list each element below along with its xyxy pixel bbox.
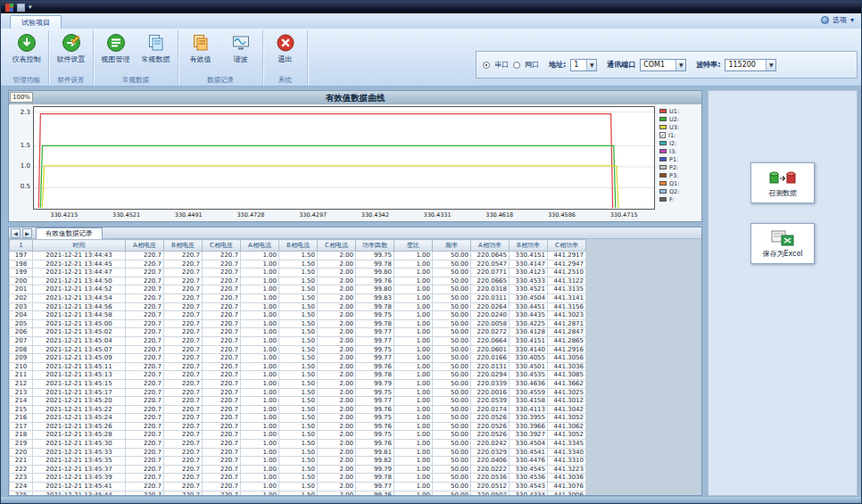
- value-cell[interactable]: 1.00: [394, 414, 433, 423]
- table-row[interactable]: 2182021-12-21 13:45:28220.7220.7220.71.0…: [10, 431, 586, 440]
- value-cell[interactable]: 220.7: [164, 422, 203, 431]
- value-cell[interactable]: 1.00: [241, 483, 279, 492]
- value-cell[interactable]: 1.00: [241, 269, 279, 277]
- time-cell[interactable]: 2021-12-21 13:45:26: [33, 422, 126, 431]
- value-cell[interactable]: 1.00: [394, 422, 433, 431]
- value-cell[interactable]: 441.3023: [548, 311, 586, 320]
- value-cell[interactable]: 220.7: [203, 491, 241, 495]
- value-cell[interactable]: 220.7: [203, 379, 241, 388]
- value-cell[interactable]: 2.00: [318, 414, 356, 423]
- table-row[interactable]: 2002021-12-21 13:44:50220.7220.7220.71.0…: [10, 277, 586, 285]
- ribbon-button-2-0[interactable]: 视图管理: [95, 30, 136, 64]
- table-row[interactable]: 2092021-12-21 13:45:09220.7220.7220.71.0…: [10, 354, 586, 363]
- value-cell[interactable]: 1.00: [394, 252, 433, 260]
- value-cell[interactable]: 220.7: [164, 491, 203, 495]
- value-cell[interactable]: 2.00: [318, 285, 356, 294]
- value-cell[interactable]: 220.0502: [471, 491, 510, 495]
- value-cell[interactable]: 1.00: [394, 311, 433, 320]
- value-cell[interactable]: 1.50: [279, 379, 318, 388]
- tab-test-project[interactable]: 试验项目: [10, 15, 62, 29]
- value-cell[interactable]: 2.00: [318, 440, 356, 449]
- value-cell[interactable]: 220.7: [126, 422, 164, 431]
- time-cell[interactable]: 2021-12-21 13:45:11: [33, 362, 126, 371]
- value-cell[interactable]: 220.7: [203, 252, 241, 260]
- table-row[interactable]: 2072021-12-21 13:45:04220.7220.7220.71.0…: [10, 336, 586, 345]
- value-cell[interactable]: 1.00: [394, 336, 433, 345]
- value-cell[interactable]: 2.00: [318, 362, 356, 371]
- value-cell[interactable]: 220.0294: [471, 371, 510, 380]
- value-cell[interactable]: 441.2947: [548, 260, 586, 269]
- value-cell[interactable]: 50.00: [433, 422, 471, 431]
- value-cell[interactable]: 330.4521: [510, 285, 548, 294]
- legend-item-i3[interactable]: I3:: [659, 147, 700, 155]
- options-menu[interactable]: 选项 ▾: [821, 15, 854, 25]
- net-radio[interactable]: [513, 62, 520, 69]
- baud-select[interactable]: 115200 ▼: [725, 59, 776, 71]
- value-cell[interactable]: 220.7: [126, 293, 164, 302]
- value-cell[interactable]: 1.00: [241, 491, 279, 495]
- value-cell[interactable]: 220.0526: [471, 431, 510, 440]
- value-cell[interactable]: 220.0536: [471, 474, 510, 483]
- value-cell[interactable]: 220.7: [164, 328, 203, 337]
- window-glyph-icon[interactable]: [17, 4, 25, 12]
- value-cell[interactable]: 220.7: [203, 362, 241, 371]
- value-cell[interactable]: 1.00: [394, 345, 433, 354]
- value-cell[interactable]: 441.3085: [548, 371, 586, 380]
- value-cell[interactable]: 330.4123: [510, 269, 548, 277]
- value-cell[interactable]: 1.00: [241, 311, 279, 320]
- table-row[interactable]: 2132021-12-21 13:45:17220.7220.7220.71.0…: [10, 388, 586, 397]
- time-cell[interactable]: 2021-12-21 13:45:20: [33, 397, 126, 406]
- value-cell[interactable]: 220.7: [126, 388, 164, 397]
- value-cell[interactable]: 1.50: [279, 422, 318, 431]
- time-cell[interactable]: 2021-12-21 13:45:39: [33, 474, 126, 483]
- value-cell[interactable]: 220.7: [164, 277, 203, 285]
- value-cell[interactable]: 1.50: [279, 483, 318, 492]
- value-cell[interactable]: 99.75: [356, 252, 394, 260]
- value-cell[interactable]: 220.7: [126, 457, 164, 466]
- value-cell[interactable]: 220.7: [203, 269, 241, 277]
- value-cell[interactable]: 50.00: [433, 277, 471, 285]
- value-cell[interactable]: 1.00: [394, 388, 433, 397]
- value-cell[interactable]: 220.7: [126, 302, 164, 311]
- value-cell[interactable]: 220.7: [126, 483, 164, 492]
- time-cell[interactable]: 2021-12-21 13:44:47: [33, 269, 126, 277]
- value-cell[interactable]: 2.00: [318, 431, 356, 440]
- value-cell[interactable]: 220.7: [164, 371, 203, 380]
- value-cell[interactable]: 1.50: [279, 465, 318, 474]
- time-cell[interactable]: 2021-12-21 13:45:41: [33, 483, 126, 492]
- ribbon-button-3-0[interactable]: 有效值: [180, 30, 220, 64]
- value-cell[interactable]: 99.75: [356, 431, 394, 440]
- value-cell[interactable]: 220.0339: [471, 379, 510, 388]
- value-cell[interactable]: 99.78: [356, 319, 394, 328]
- value-cell[interactable]: 1.00: [241, 260, 279, 269]
- value-cell[interactable]: 1.00: [241, 293, 279, 302]
- row-index-cell[interactable]: 214: [10, 397, 33, 406]
- time-cell[interactable]: 2021-12-21 13:45:09: [33, 354, 126, 363]
- value-cell[interactable]: 330.3927: [510, 431, 548, 440]
- col-header-3[interactable]: C相电压: [203, 240, 241, 252]
- value-cell[interactable]: 1.00: [394, 379, 433, 388]
- time-cell[interactable]: 2021-12-21 13:45:04: [33, 336, 126, 345]
- time-cell[interactable]: 2021-12-21 13:45:15: [33, 379, 126, 388]
- value-cell[interactable]: 330.4536: [510, 474, 548, 483]
- legend-item-u2[interactable]: U2:: [659, 115, 700, 123]
- value-cell[interactable]: 441.3006: [548, 491, 586, 495]
- value-cell[interactable]: 1.00: [394, 328, 433, 337]
- value-cell[interactable]: 1.00: [394, 483, 433, 492]
- value-cell[interactable]: 220.7: [164, 285, 203, 294]
- value-cell[interactable]: 220.7: [126, 431, 164, 440]
- value-cell[interactable]: 1.00: [394, 397, 433, 406]
- save-excel-button[interactable]: 保存为Excel: [750, 223, 815, 264]
- value-cell[interactable]: 330.4541: [510, 448, 548, 457]
- value-cell[interactable]: 1.50: [279, 448, 318, 457]
- value-cell[interactable]: 1.00: [241, 328, 279, 337]
- value-cell[interactable]: 220.0512: [471, 483, 510, 492]
- value-cell[interactable]: 220.7: [126, 269, 164, 277]
- value-cell[interactable]: 1.50: [279, 345, 318, 354]
- value-cell[interactable]: 1.50: [279, 474, 318, 483]
- value-cell[interactable]: 220.0329: [471, 448, 510, 457]
- value-cell[interactable]: 50.00: [433, 405, 471, 414]
- col-header-12[interactable]: C相功率: [548, 240, 586, 252]
- table-row[interactable]: 2252021-12-21 13:45:44220.7220.7220.71.0…: [10, 491, 586, 495]
- row-index-cell[interactable]: 198: [10, 260, 33, 269]
